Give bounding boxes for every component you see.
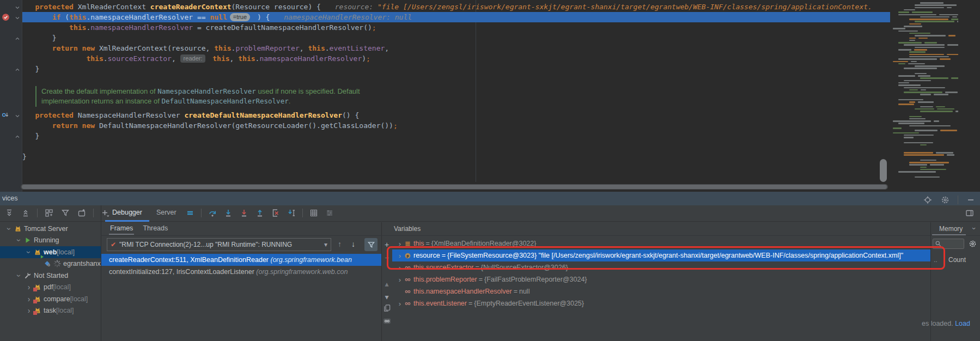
minimap-line [947,44,958,46]
variable-parameter-icon: p [404,252,413,259]
fold-down-icon[interactable] [14,112,23,120]
add-watch-button[interactable]: + [382,240,392,249]
step-into-icon[interactable] [222,207,234,219]
load-classes-link[interactable]: Load [955,320,970,327]
chevron-icon[interactable]: › [395,240,404,248]
minimap-line [915,108,934,110]
services-tree-item-egrantshanxiweb[interactable]: egrantshanxiweb [0,258,101,270]
frame-down-button[interactable]: ↓ [351,240,355,248]
debugger-inline-hint: namespaceHandlerResolver: null [284,13,412,21]
fold-up-icon[interactable] [14,34,23,43]
frame-row[interactable]: contextInitialized:127, IrisContextLoade… [101,266,381,278]
view-breakpoints-icon[interactable] [308,207,320,219]
stopped-badge-icon [33,300,37,303]
minimap-line [909,51,926,53]
thread-selector-dropdown[interactable]: ✔ "RMI TCP Connection(2)-12...up "RMI Ru… [107,238,331,251]
hide-library-frames-toggle[interactable] [364,238,378,251]
chevron-icon[interactable]: › [395,264,404,272]
remove-watch-button[interactable]: − [382,253,392,263]
minimap-line [915,7,944,9]
variable-row-resource[interactable]: ›presource={FileSystemResource@3023} "fi… [392,249,930,261]
fold-up-icon[interactable] [14,65,23,74]
move-up-button[interactable]: ▴ [382,279,392,289]
services-tree-item-compare[interactable]: ›compare [local] [0,293,101,305]
locate-icon[interactable] [922,194,934,206]
show-watches-button[interactable] [382,316,392,326]
minimap-line [898,42,922,44]
services-tree-item-web[interactable]: ›web [local] [0,246,101,258]
code-area[interactable]: protected XmlReaderContext createReaderC… [22,2,890,182]
fold-down-icon[interactable] [14,14,23,22]
layout-settings-icon[interactable] [964,207,976,219]
memory-settings-icon[interactable] [969,240,977,250]
execution-point-icon[interactable] [184,207,196,219]
minimap-line [920,16,949,18]
chevron-icon[interactable]: › [15,235,23,245]
minimap-line [947,7,952,9]
variable-field-icon [404,288,413,295]
services-tree[interactable]: ›Tomcat Server›Running›web [local]egrant… [0,223,101,341]
equals-sign: = [468,300,472,307]
variable-row-this-sourceextractor[interactable]: ›this.sourceExtractor={NullSourceExtract… [392,261,930,273]
chevron-icon[interactable]: › [24,306,34,315]
filter-icon[interactable] [59,207,71,219]
force-step-into-icon[interactable] [238,207,250,219]
frame-row[interactable]: createReaderContext:511, XmlBeanDefiniti… [101,254,381,266]
services-tree-item-not-started[interactable]: ›Not Started [0,270,101,282]
minimap-line [920,2,944,4]
move-down-button[interactable]: ▾ [382,292,392,302]
layout-switcher-icon[interactable] [324,207,336,219]
group-by-icon[interactable] [43,207,55,219]
minimap-line [909,101,915,103]
add-frame-icon[interactable] [76,207,88,219]
minimap-line [909,89,918,91]
memory-search-input[interactable] [933,239,964,249]
hide-icon[interactable] [965,194,977,206]
chevron-icon[interactable]: › [5,224,14,234]
parameter-name-hint: reader: [180,54,206,63]
tab-server[interactable]: Server [149,205,184,222]
variable-row-this-namespacehandlerresolver[interactable]: this.namespaceHandlerResolver=null [392,285,930,297]
chevron-icon[interactable]: › [395,276,404,284]
variable-name: this [413,240,424,247]
minimap-line [904,9,915,11]
fold-down-icon[interactable] [14,3,23,12]
duplicate-watch-button[interactable] [382,303,392,313]
code-minimap[interactable] [892,1,958,182]
tomcat-stopped-icon [34,307,44,314]
chevron-icon[interactable]: › [395,300,404,308]
chevron-icon[interactable]: › [395,252,404,260]
tab-threads[interactable]: Threads [142,224,169,235]
drop-frame-icon[interactable] [270,207,282,219]
step-over-icon[interactable] [206,207,218,219]
code-blank-line [22,74,890,84]
code-editor[interactable]: protected XmlReaderContext createReaderC… [0,0,980,192]
expand-all-icon[interactable] [3,207,15,219]
services-tree-item-pdf[interactable]: ›pdf [local] [0,282,101,294]
editor-vertical-scrollbar[interactable] [880,159,887,182]
chevron-icon[interactable]: › [15,271,23,281]
variable-row-this-eventlistener[interactable]: ›this.eventListener={EmptyReaderEventLis… [392,297,930,309]
variable-row-this-problemreporter[interactable]: ›this.problemReporter={FailFastProblemRe… [392,273,930,285]
variables-tree[interactable]: ›this={XmlBeanDefinitionReader@3022}›pre… [392,236,930,341]
chevron-icon[interactable]: › [24,295,34,303]
chevron-icon[interactable]: › [24,283,34,291]
chevron-icon[interactable]: › [25,247,33,257]
collapse-all-icon[interactable] [20,207,32,219]
tab-frames[interactable]: Frames [109,224,134,235]
settings-icon[interactable] [939,194,951,206]
run-to-cursor-icon[interactable] [285,207,297,219]
minimap-line [909,164,927,166]
breakpoint-verified-icon[interactable] [2,13,10,22]
overridden-method-marker-icon[interactable] [2,111,10,120]
services-tree-item-tomcat-server[interactable]: ›Tomcat Server [0,223,101,235]
services-tree-item-running[interactable]: ›Running [0,235,101,247]
step-out-icon[interactable] [254,207,266,219]
services-tree-item-task[interactable]: ›task [local] [0,305,101,317]
editor-horizontal-scrollbar[interactable] [21,184,888,190]
tab-debugger[interactable]: Debugger [105,205,149,222]
fold-up-icon[interactable] [14,132,23,141]
chevron-down-icon[interactable]: › [970,227,978,229]
frame-up-button[interactable]: ↑ [338,240,342,248]
variable-row-this[interactable]: ›this={XmlBeanDefinitionReader@3022} [392,238,930,249]
